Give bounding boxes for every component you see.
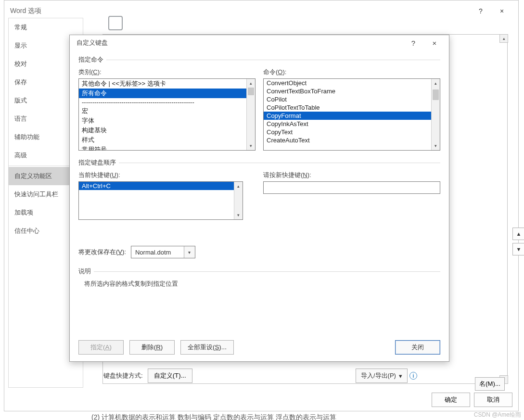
customize-keyboard-button[interactable]: 自定义(T)... (148, 369, 192, 383)
scroll-thumb[interactable] (248, 88, 254, 95)
list-item[interactable]: CopyFormat (264, 112, 431, 120)
list-item[interactable]: CopyText (264, 128, 431, 136)
list-item[interactable]: ConvertTextBoxToFrame (264, 87, 431, 95)
list-item[interactable]: 常用符号 (79, 145, 246, 150)
scroll-up-icon[interactable]: ▴ (499, 34, 508, 43)
options-titlebar: Word 选项 ? × (4, 0, 518, 20)
help-icon[interactable]: ? (470, 4, 491, 18)
list-item[interactable]: Alt+Ctrl+C (79, 182, 234, 190)
description-block: 说明 将所选内容的格式复制到指定位置 (78, 267, 440, 288)
save-in-row: 将更改保存在(V): Normal.dotm ▾ (78, 246, 440, 258)
list-item[interactable]: ConvertObject (264, 79, 431, 87)
scroll-down-icon[interactable]: ▾ (432, 141, 440, 150)
save-in-value: Normal.dotm (131, 246, 184, 258)
customize-ribbon-icon (108, 16, 123, 30)
description-text: 将所选内容的格式复制到指定位置 (78, 280, 440, 288)
commands-listbox[interactable]: ConvertObject ConvertTextBoxToFrame CoPi… (263, 78, 440, 151)
move-down-button[interactable]: ▼ (512, 243, 524, 255)
close-icon[interactable]: × (491, 4, 512, 18)
list-item[interactable]: 样式 (79, 135, 246, 145)
options-title: Word 选项 (10, 7, 470, 15)
scroll-down-icon[interactable]: ▾ (247, 141, 255, 150)
import-export-button[interactable]: 导入/导出(P)▾ (356, 369, 408, 383)
categories-label: 类别(C): (78, 68, 256, 76)
info-icon[interactable]: i (409, 372, 417, 380)
commands-label: 命令(O): (263, 68, 440, 76)
close-button[interactable]: 关闭 (395, 340, 440, 355)
list-item[interactable]: ----------------------------------------… (79, 98, 246, 106)
list-item[interactable]: 构建基块 (79, 126, 246, 135)
sidebar-item-general[interactable]: 常规 (9, 18, 83, 37)
scroll-up-icon[interactable]: ▴ (247, 79, 255, 88)
list-item[interactable]: 字体 (79, 116, 246, 126)
save-in-dropdown[interactable]: Normal.dotm ▾ (131, 246, 195, 258)
list-item[interactable]: CreateAutoText (264, 136, 431, 144)
kb-title: 自定义键盘 (77, 38, 403, 47)
cancel-button[interactable]: 取消 (474, 393, 512, 407)
scrollbar[interactable]: ▴ ▾ (246, 79, 255, 150)
options-footer: 确定 取消 (432, 393, 512, 407)
move-up-button[interactable]: ▲ (512, 228, 524, 240)
kb-titlebar: 自定义键盘 ? × (70, 35, 449, 51)
reset-all-button[interactable]: 全部重设(S)... (180, 340, 234, 355)
list-item[interactable]: 其他命令 | <<无标签>> 选项卡 (79, 79, 246, 89)
list-item[interactable]: 所有命令 (79, 89, 246, 98)
scrollbar[interactable]: ▴ ▾ (431, 79, 440, 150)
press-new-key-label: 请按新快捷键(N): (263, 171, 440, 179)
import-export-row: 导入/导出(P)▾ i (356, 369, 417, 383)
list-item[interactable]: 宏 (79, 106, 246, 116)
remove-button[interactable]: 删除(R) (129, 340, 175, 355)
watermark: CSDN @Ame绘雨 (474, 411, 521, 419)
scroll-thumb[interactable] (433, 89, 439, 100)
categories-listbox[interactable]: 其他命令 | <<无标签>> 选项卡 所有命令 ----------------… (78, 78, 256, 151)
kb-close-icon[interactable]: × (424, 36, 445, 50)
kb-body: 指定命令 类别(C): 其他命令 | <<无标签>> 选项卡 所有命令 ----… (70, 51, 449, 294)
kb-footer: 指定(A) 删除(R) 全部重设(S)... 关闭 (78, 340, 440, 355)
scrollbar[interactable]: ▴ ▾ (234, 182, 243, 219)
list-item[interactable]: CoPilot (264, 95, 431, 103)
scroll-up-icon[interactable]: ▴ (234, 182, 243, 191)
press-new-key-input[interactable] (263, 181, 440, 194)
rename-button[interactable]: 名(M)... (475, 377, 505, 391)
keyboard-shortcut-row: 键盘快捷方式: 自定义(T)... (103, 369, 192, 383)
chevron-down-icon: ▾ (399, 372, 402, 380)
kb-help-icon[interactable]: ? (403, 36, 424, 50)
ok-button[interactable]: 确定 (432, 393, 470, 407)
group-keyboard-sequence: 指定键盘顺序 (78, 158, 440, 167)
group-specify-command: 指定命令 (78, 55, 440, 64)
chevron-down-icon: ▾ (184, 250, 195, 255)
scroll-up-icon[interactable]: ▴ (432, 79, 440, 88)
list-item[interactable]: CopyInkAsText (264, 120, 431, 128)
scroll-down-icon[interactable]: ▾ (234, 211, 243, 219)
page-background-text: (2) 计算机数据的表示和运算 数制与编码 定点数的表示与运算 浮点数的表示与运… (91, 413, 336, 420)
save-in-label: 将更改保存在(V): (78, 248, 126, 256)
current-keys-label: 当前快捷键(U): (78, 171, 256, 179)
assign-button[interactable]: 指定(A) (78, 340, 124, 355)
keyboard-shortcut-label: 键盘快捷方式: (103, 371, 143, 380)
customize-keyboard-dialog: 自定义键盘 ? × 指定命令 类别(C): 其他命令 | <<无标签>> 选项卡… (69, 35, 449, 362)
current-keys-listbox[interactable]: Alt+Ctrl+C ▴ ▾ (78, 181, 243, 220)
list-item[interactable]: CoPilotTextToTable (264, 103, 431, 112)
